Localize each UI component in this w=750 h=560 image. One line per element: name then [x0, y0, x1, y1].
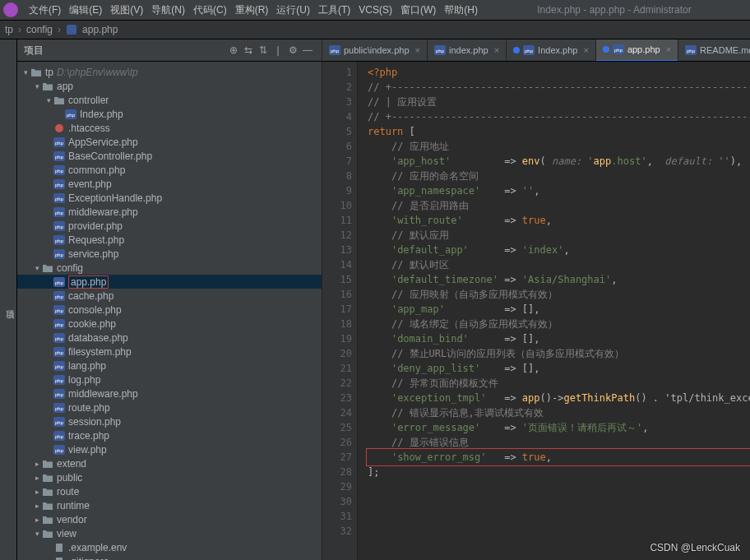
expand-arrow-icon[interactable]: ▸ [32, 516, 42, 524]
source-code[interactable]: <?php// +-------------------------------… [358, 62, 750, 560]
code-line[interactable]: 'app_host' => env( name: 'app.host', def… [368, 154, 750, 169]
expand-arrow-icon[interactable]: ▸ [32, 460, 42, 468]
tree-node[interactable]: phpRequest.php [17, 233, 322, 247]
close-icon[interactable]: × [494, 45, 499, 55]
breadcrumb-item[interactable]: app.php [82, 24, 118, 35]
menu-item[interactable]: 运行(U) [272, 4, 314, 16]
code-line[interactable]: // +------------------------------------… [368, 109, 750, 124]
tree-node[interactable]: phpIndex.php [17, 107, 322, 121]
tree-node[interactable]: phpcache.php [17, 289, 322, 303]
tree-node[interactable]: phpcookie.php [17, 317, 322, 331]
toolwindow-stripe[interactable]: 项目 [0, 39, 17, 560]
code-line[interactable]: return [ [368, 124, 750, 139]
code-line[interactable]: 'with_route' => true, [368, 213, 750, 228]
editor-tab[interactable]: phpIndex.php× [507, 39, 596, 61]
tree-node[interactable]: .gitignore [17, 554, 322, 560]
expand-arrow-icon[interactable]: ▾ [21, 68, 30, 76]
editor-tab[interactable]: phpapp.php× [596, 39, 678, 62]
menu-item[interactable]: 文件(F) [25, 4, 65, 16]
tree-node[interactable]: phpmiddleware.php [17, 386, 322, 400]
code-line[interactable]: // 默认应用 [368, 228, 750, 243]
expand-arrow-icon[interactable]: ▾ [32, 82, 42, 90]
hide-icon[interactable]: — [300, 44, 315, 56]
menu-item[interactable]: 窗口(W) [396, 4, 440, 16]
tree-node[interactable]: .htaccess [17, 121, 322, 135]
tree-node[interactable]: phpevent.php [17, 177, 322, 191]
expand-arrow-icon[interactable]: ▾ [32, 264, 42, 272]
code-line[interactable]: // 默认时区 [368, 257, 750, 272]
project-tree[interactable]: ▾tpD:\phpEnv\www\tp▾app▾controllerphpInd… [17, 62, 322, 560]
tree-node[interactable]: ▾config [17, 261, 322, 275]
code-line[interactable]: // 禁止URL访问的应用列表（自动多应用模式有效） [368, 346, 750, 361]
tree-node[interactable]: phpprovider.php [17, 219, 322, 233]
code-line[interactable]: 'default_timezone' => 'Asia/Shanghai', [368, 272, 750, 287]
code-line[interactable]: // 应用的命名空间 [368, 169, 750, 183]
collapse-all-icon[interactable]: ⇅ [256, 44, 271, 56]
code-line[interactable]: // 异常页面的模板文件 [368, 376, 750, 391]
code-line[interactable]: 'show_error_msg' => true, [368, 450, 750, 465]
menu-item[interactable]: 代码(C) [189, 4, 231, 16]
expand-arrow-icon[interactable]: ▾ [32, 530, 42, 538]
tree-node[interactable]: phpview.php [17, 442, 322, 456]
menu-item[interactable]: 编辑(E) [65, 4, 106, 16]
tree-node[interactable]: phpcommon.php [17, 163, 322, 177]
code-line[interactable]: ]; [368, 465, 750, 479]
select-open-file-icon[interactable]: ⊕ [226, 44, 241, 56]
tree-node[interactable]: ▸vendor [17, 512, 322, 526]
code-line[interactable]: // | 应用设置 [368, 95, 750, 109]
gear-icon[interactable]: ⚙ [285, 44, 300, 56]
code-area[interactable]: 1234567891011121314151617181920212223242… [322, 62, 750, 560]
tree-node[interactable]: phpExceptionHandle.php [17, 191, 322, 205]
tree-node[interactable]: phpmiddleware.php [17, 205, 322, 219]
tree-node[interactable]: ▾view [17, 526, 322, 540]
tree-node[interactable]: ▾tpD:\phpEnv\www\tp [17, 65, 322, 79]
tree-node[interactable]: ▾controller [17, 93, 322, 107]
tree-node[interactable]: ▸runtime [17, 498, 322, 512]
tree-node[interactable]: phpfilesystem.php [17, 345, 322, 359]
close-icon[interactable]: × [415, 45, 420, 55]
expand-arrow-icon[interactable]: ▾ [44, 96, 53, 104]
editor-tab[interactable]: phppublic\index.php× [322, 39, 428, 61]
tree-node[interactable]: ▸route [17, 484, 322, 498]
editor-tab[interactable]: phpindex.php× [428, 39, 507, 61]
tree-node[interactable]: phpapp.php [17, 275, 322, 289]
expand-arrow-icon[interactable]: ▸ [32, 474, 42, 482]
code-line[interactable]: 'error_message' => '页面错误！请稍后再试～', [368, 420, 750, 435]
tree-node[interactable]: phpservice.php [17, 247, 322, 261]
expand-arrow-icon[interactable]: ▸ [32, 502, 42, 510]
breadcrumb-item[interactable]: config [26, 24, 53, 35]
menu-item[interactable]: 导航(N) [147, 4, 189, 16]
code-line[interactable]: 'app_map' => [], [368, 302, 750, 317]
code-line[interactable]: // 应用映射（自动多应用模式有效） [368, 287, 750, 302]
tree-node[interactable]: ▸public [17, 470, 322, 484]
code-line[interactable]: 'default_app' => 'index', [368, 243, 750, 257]
code-line[interactable]: // +------------------------------------… [368, 80, 750, 95]
tree-node[interactable]: phplog.php [17, 373, 322, 386]
code-line[interactable]: // 应用地址 [368, 139, 750, 154]
code-line[interactable]: 'deny_app_list' => [], [368, 361, 750, 376]
tree-node[interactable]: phptrace.php [17, 428, 322, 442]
menu-item[interactable]: 帮助(H) [440, 4, 482, 16]
tree-node[interactable]: ▾app [17, 79, 322, 93]
code-line[interactable]: 'domain_bind' => [], [368, 331, 750, 346]
code-line[interactable]: // 显示错误信息 [368, 435, 750, 450]
menu-item[interactable]: 重构(R) [231, 4, 273, 16]
menu-item[interactable]: 视图(V) [106, 4, 147, 16]
code-line[interactable]: // 是否启用路由 [368, 198, 750, 213]
close-icon[interactable]: × [666, 44, 671, 54]
code-line[interactable]: // 错误显示信息,非调试模式有效 [368, 405, 750, 420]
tree-node[interactable]: ▸extend [17, 456, 322, 470]
tree-node[interactable]: phplang.php [17, 359, 322, 373]
close-icon[interactable]: × [583, 45, 588, 55]
menu-item[interactable]: VCS(S) [354, 4, 396, 16]
code-line[interactable]: 'app_namespace' => '', [368, 183, 750, 198]
tree-node[interactable]: phpAppService.php [17, 135, 322, 149]
menu-item[interactable]: 工具(T) [314, 4, 354, 16]
tree-node[interactable]: .example.env [17, 540, 322, 554]
editor-tab[interactable]: phpREADME.md× [678, 39, 750, 61]
tree-node[interactable]: phpBaseController.php [17, 149, 322, 163]
code-line[interactable]: <?php [368, 65, 750, 80]
code-line[interactable]: 'exception_tmpl' => app()->getThinkPath(… [368, 391, 750, 405]
breadcrumb-item[interactable]: tp [5, 24, 13, 35]
expand-all-icon[interactable]: ⇆ [241, 44, 256, 56]
